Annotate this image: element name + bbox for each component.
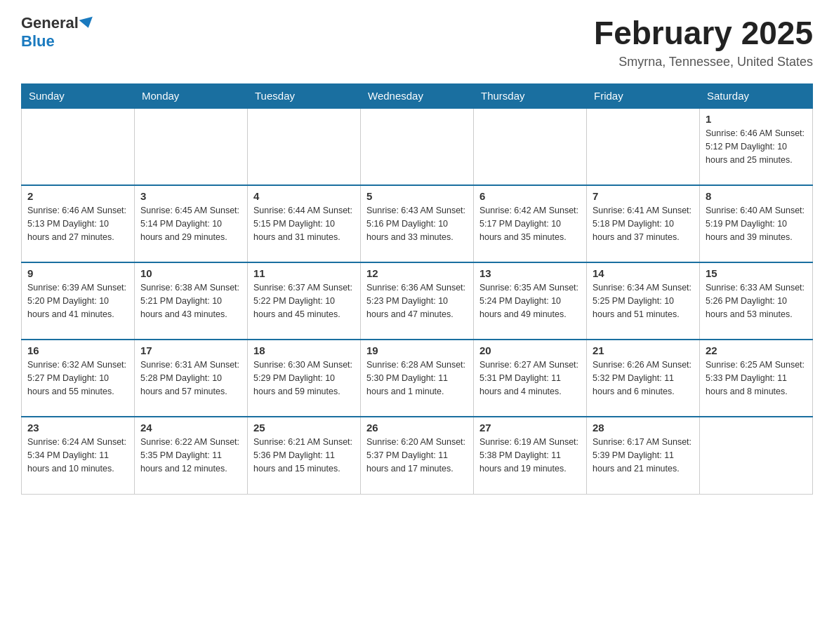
calendar-cell	[22, 108, 135, 185]
day-number: 28	[593, 422, 694, 434]
day-info: Sunrise: 6:34 AM Sunset: 5:25 PM Dayligh…	[593, 281, 694, 321]
weekday-header-wednesday: Wednesday	[361, 84, 474, 109]
calendar-week-row: 1Sunrise: 6:46 AM Sunset: 5:12 PM Daylig…	[22, 108, 813, 185]
calendar-cell: 23Sunrise: 6:24 AM Sunset: 5:34 PM Dayli…	[22, 417, 135, 494]
page-header: General Blue February 2025 Smyrna, Tenne…	[21, 14, 813, 69]
calendar-cell: 19Sunrise: 6:28 AM Sunset: 5:30 PM Dayli…	[361, 340, 474, 417]
day-number: 23	[27, 422, 128, 434]
calendar-cell: 13Sunrise: 6:35 AM Sunset: 5:24 PM Dayli…	[474, 262, 587, 340]
calendar-cell	[361, 108, 474, 185]
day-info: Sunrise: 6:44 AM Sunset: 5:15 PM Dayligh…	[253, 204, 355, 243]
weekday-header-tuesday: Tuesday	[248, 84, 361, 109]
day-number: 6	[479, 190, 581, 202]
calendar-cell: 18Sunrise: 6:30 AM Sunset: 5:29 PM Dayli…	[248, 340, 361, 417]
logo-triangle-icon	[79, 17, 95, 30]
calendar-cell: 14Sunrise: 6:34 AM Sunset: 5:25 PM Dayli…	[587, 262, 700, 340]
day-number: 7	[593, 190, 694, 202]
calendar-cell: 2Sunrise: 6:46 AM Sunset: 5:13 PM Daylig…	[22, 185, 135, 262]
title-section: February 2025 Smyrna, Tennessee, United …	[594, 14, 813, 69]
day-info: Sunrise: 6:21 AM Sunset: 5:36 PM Dayligh…	[253, 436, 355, 475]
calendar-cell: 1Sunrise: 6:46 AM Sunset: 5:12 PM Daylig…	[700, 108, 813, 185]
day-info: Sunrise: 6:17 AM Sunset: 5:39 PM Dayligh…	[593, 436, 694, 475]
day-info: Sunrise: 6:42 AM Sunset: 5:17 PM Dayligh…	[479, 204, 581, 243]
calendar-cell: 25Sunrise: 6:21 AM Sunset: 5:36 PM Dayli…	[248, 417, 361, 494]
day-number: 21	[593, 344, 694, 356]
day-number: 8	[706, 190, 807, 202]
calendar-cell: 11Sunrise: 6:37 AM Sunset: 5:22 PM Dayli…	[248, 262, 361, 340]
day-info: Sunrise: 6:36 AM Sunset: 5:23 PM Dayligh…	[366, 281, 468, 321]
weekday-header-thursday: Thursday	[474, 84, 587, 109]
day-info: Sunrise: 6:25 AM Sunset: 5:33 PM Dayligh…	[706, 358, 807, 398]
day-info: Sunrise: 6:31 AM Sunset: 5:28 PM Dayligh…	[140, 358, 241, 398]
weekday-header-sunday: Sunday	[22, 84, 135, 109]
day-info: Sunrise: 6:38 AM Sunset: 5:21 PM Dayligh…	[140, 281, 241, 321]
day-info: Sunrise: 6:30 AM Sunset: 5:29 PM Dayligh…	[253, 358, 355, 398]
calendar-week-row: 2Sunrise: 6:46 AM Sunset: 5:13 PM Daylig…	[22, 185, 813, 262]
day-info: Sunrise: 6:41 AM Sunset: 5:18 PM Dayligh…	[593, 204, 694, 243]
day-info: Sunrise: 6:19 AM Sunset: 5:38 PM Dayligh…	[479, 436, 581, 475]
calendar-cell	[248, 108, 361, 185]
day-number: 24	[140, 422, 241, 434]
weekday-header-row: SundayMondayTuesdayWednesdayThursdayFrid…	[22, 84, 813, 109]
calendar-cell: 9Sunrise: 6:39 AM Sunset: 5:20 PM Daylig…	[22, 262, 135, 340]
calendar-week-row: 9Sunrise: 6:39 AM Sunset: 5:20 PM Daylig…	[22, 262, 813, 340]
calendar-cell	[135, 108, 248, 185]
calendar-cell: 26Sunrise: 6:20 AM Sunset: 5:37 PM Dayli…	[361, 417, 474, 494]
day-number: 15	[706, 267, 807, 279]
calendar-cell: 16Sunrise: 6:32 AM Sunset: 5:27 PM Dayli…	[22, 340, 135, 417]
day-number: 18	[253, 344, 355, 356]
day-number: 25	[253, 422, 355, 434]
calendar-cell: 7Sunrise: 6:41 AM Sunset: 5:18 PM Daylig…	[587, 185, 700, 262]
weekday-header-saturday: Saturday	[700, 84, 813, 109]
logo-blue-text: Blue	[21, 32, 55, 51]
day-number: 20	[479, 344, 581, 356]
month-title: February 2025	[594, 14, 813, 52]
day-info: Sunrise: 6:26 AM Sunset: 5:32 PM Dayligh…	[593, 358, 694, 398]
day-number: 5	[366, 190, 468, 202]
calendar-cell: 22Sunrise: 6:25 AM Sunset: 5:33 PM Dayli…	[700, 340, 813, 417]
logo-general-text: General	[21, 14, 79, 32]
calendar-cell: 24Sunrise: 6:22 AM Sunset: 5:35 PM Dayli…	[135, 417, 248, 494]
weekday-header-friday: Friday	[587, 84, 700, 109]
calendar-cell: 8Sunrise: 6:40 AM Sunset: 5:19 PM Daylig…	[700, 185, 813, 262]
location-text: Smyrna, Tennessee, United States	[594, 55, 813, 69]
calendar-cell: 17Sunrise: 6:31 AM Sunset: 5:28 PM Dayli…	[135, 340, 248, 417]
calendar-cell: 12Sunrise: 6:36 AM Sunset: 5:23 PM Dayli…	[361, 262, 474, 340]
weekday-header-monday: Monday	[135, 84, 248, 109]
calendar-week-row: 16Sunrise: 6:32 AM Sunset: 5:27 PM Dayli…	[22, 340, 813, 417]
day-number: 27	[479, 422, 581, 434]
day-number: 19	[366, 344, 468, 356]
day-info: Sunrise: 6:40 AM Sunset: 5:19 PM Dayligh…	[706, 204, 807, 243]
day-number: 4	[253, 190, 355, 202]
calendar-cell: 5Sunrise: 6:43 AM Sunset: 5:16 PM Daylig…	[361, 185, 474, 262]
calendar-cell: 27Sunrise: 6:19 AM Sunset: 5:38 PM Dayli…	[474, 417, 587, 494]
day-info: Sunrise: 6:46 AM Sunset: 5:13 PM Dayligh…	[27, 204, 128, 243]
day-info: Sunrise: 6:33 AM Sunset: 5:26 PM Dayligh…	[706, 281, 807, 321]
day-number: 3	[140, 190, 241, 202]
day-number: 22	[706, 344, 807, 356]
day-info: Sunrise: 6:32 AM Sunset: 5:27 PM Dayligh…	[27, 358, 128, 398]
day-info: Sunrise: 6:45 AM Sunset: 5:14 PM Dayligh…	[140, 204, 241, 243]
calendar-table: SundayMondayTuesdayWednesdayThursdayFrid…	[21, 83, 813, 495]
day-number: 10	[140, 267, 241, 279]
calendar-week-row: 23Sunrise: 6:24 AM Sunset: 5:34 PM Dayli…	[22, 417, 813, 494]
day-info: Sunrise: 6:22 AM Sunset: 5:35 PM Dayligh…	[140, 436, 241, 475]
day-number: 1	[706, 113, 807, 125]
calendar-cell	[474, 108, 587, 185]
calendar-cell: 28Sunrise: 6:17 AM Sunset: 5:39 PM Dayli…	[587, 417, 700, 494]
day-info: Sunrise: 6:24 AM Sunset: 5:34 PM Dayligh…	[27, 436, 128, 475]
calendar-cell: 15Sunrise: 6:33 AM Sunset: 5:26 PM Dayli…	[700, 262, 813, 340]
day-info: Sunrise: 6:43 AM Sunset: 5:16 PM Dayligh…	[366, 204, 468, 243]
day-number: 26	[366, 422, 468, 434]
day-info: Sunrise: 6:46 AM Sunset: 5:12 PM Dayligh…	[706, 127, 807, 166]
calendar-cell: 6Sunrise: 6:42 AM Sunset: 5:17 PM Daylig…	[474, 185, 587, 262]
logo: General Blue	[21, 14, 94, 51]
day-number: 12	[366, 267, 468, 279]
calendar-cell: 3Sunrise: 6:45 AM Sunset: 5:14 PM Daylig…	[135, 185, 248, 262]
day-number: 16	[27, 344, 128, 356]
day-info: Sunrise: 6:37 AM Sunset: 5:22 PM Dayligh…	[253, 281, 355, 321]
day-number: 13	[479, 267, 581, 279]
calendar-cell: 4Sunrise: 6:44 AM Sunset: 5:15 PM Daylig…	[248, 185, 361, 262]
day-number: 2	[27, 190, 128, 202]
day-number: 9	[27, 267, 128, 279]
